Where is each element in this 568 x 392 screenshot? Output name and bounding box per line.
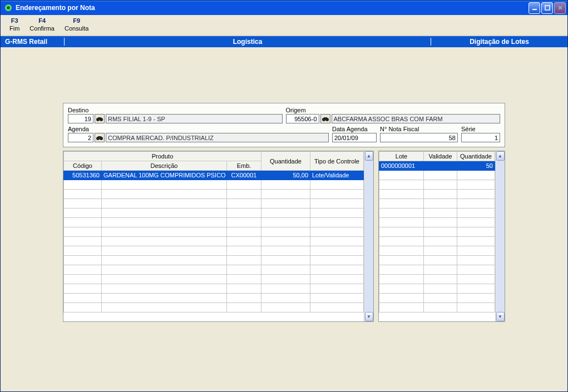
agenda-label: Agenda <box>68 126 329 132</box>
close-button[interactable] <box>554 2 566 14</box>
cell-tipo: Lote/Validade <box>310 171 364 180</box>
scroll-up-icon[interactable]: ▲ <box>496 151 505 161</box>
table-row[interactable] <box>64 209 364 218</box>
origem-search-button[interactable] <box>320 114 330 123</box>
scroll-down-icon[interactable]: ▼ <box>365 312 373 321</box>
table-row[interactable] <box>64 256 364 265</box>
cell-quantidade: 50 <box>457 161 495 171</box>
col-lote: Lote <box>379 152 424 161</box>
table-row[interactable] <box>64 275 364 284</box>
data-agenda-label: Data Agenda <box>332 126 377 132</box>
data-agenda-input[interactable] <box>332 133 377 142</box>
table-row[interactable] <box>379 218 495 227</box>
col-codigo: Código <box>64 161 102 171</box>
table-row[interactable] <box>64 284 364 294</box>
table-row[interactable] <box>379 256 495 265</box>
menu-fkey: F9 <box>65 17 88 24</box>
agenda-desc <box>106 133 329 142</box>
col-produto: Produto <box>64 152 261 161</box>
cell-lote: 0000000001 <box>379 161 424 171</box>
lote-grid-scrollbar[interactable]: ▲ ▼ <box>495 151 505 321</box>
table-row[interactable] <box>64 180 364 190</box>
serie-input[interactable] <box>461 133 500 142</box>
table-row[interactable] <box>379 209 495 218</box>
table-row[interactable] <box>379 171 495 180</box>
agenda-search-button[interactable] <box>95 133 105 142</box>
destino-code-input[interactable] <box>68 114 93 123</box>
table-row[interactable] <box>379 237 495 246</box>
table-row[interactable] <box>379 246 495 256</box>
nota-input[interactable] <box>380 133 458 142</box>
menu-label: Consulta <box>65 25 88 32</box>
table-row[interactable]: 000000000150 <box>379 161 495 171</box>
svg-rect-3 <box>545 6 550 10</box>
filter-panel: Destino Origem <box>63 103 505 147</box>
table-row[interactable] <box>64 237 364 246</box>
cell-codigo: 50531360 <box>64 171 102 180</box>
table-row[interactable] <box>379 227 495 237</box>
title-bar: Endereçamento por Nota <box>1 1 567 15</box>
agenda-code-input[interactable] <box>68 133 93 142</box>
table-row[interactable]: 50531360GARDENAL 100MG COMPRIMIDOS PSICO… <box>64 171 364 180</box>
menu-fkey: F4 <box>29 17 55 24</box>
window-controls <box>529 2 566 14</box>
table-row[interactable] <box>379 303 495 312</box>
col-quantidade-lote: Quantidade <box>457 152 495 161</box>
table-row[interactable] <box>64 265 364 275</box>
menu-label: Confirma <box>29 25 55 32</box>
svg-rect-2 <box>532 9 537 10</box>
table-row[interactable] <box>64 199 364 209</box>
cell-descricao: GARDENAL 100MG COMPRIMIDOS PSICO <box>102 171 227 180</box>
col-validade: Validade <box>424 152 457 161</box>
destino-label: Destino <box>68 107 283 113</box>
destino-desc <box>106 114 283 123</box>
lote-grid[interactable]: Lote Validade Quantidade 000000000150 ▲ … <box>378 151 505 322</box>
minimize-button[interactable] <box>529 2 540 14</box>
svg-rect-8 <box>98 117 101 119</box>
origem-desc <box>332 114 501 123</box>
menu-consulta[interactable]: F9 Consulta <box>65 17 88 35</box>
col-tipo: Tipo de Controle <box>310 152 364 171</box>
product-grid[interactable]: Produto Quantidade Tipo de Controle Códi… <box>63 151 374 322</box>
table-row[interactable] <box>64 227 364 237</box>
destino-search-button[interactable] <box>95 114 105 123</box>
binoculars-icon <box>96 116 103 122</box>
scroll-down-icon[interactable]: ▼ <box>496 312 505 321</box>
svg-rect-14 <box>98 136 101 138</box>
col-emb: Emb. <box>226 161 261 171</box>
scroll-track[interactable] <box>496 161 505 312</box>
col-descricao: Descrição <box>102 161 227 171</box>
table-row[interactable] <box>64 218 364 227</box>
nota-label: N° Nota Fiscal <box>380 126 458 132</box>
col-quantidade: Quantidade <box>261 152 310 171</box>
table-row[interactable] <box>64 303 364 312</box>
table-row[interactable] <box>64 294 364 303</box>
table-row[interactable] <box>379 190 495 199</box>
banner: G-RMS Retail Logística Digitação de Lote… <box>1 36 567 47</box>
table-row[interactable] <box>379 199 495 209</box>
menu-fim[interactable]: F3 Fim <box>9 17 19 35</box>
scroll-up-icon[interactable]: ▲ <box>365 151 373 161</box>
window-title: Endereçamento por Nota <box>16 4 529 12</box>
menu-confirma[interactable]: F4 Confirma <box>29 17 55 35</box>
menu-label: Fim <box>9 25 19 32</box>
binoculars-icon <box>322 116 329 122</box>
table-row[interactable] <box>379 275 495 284</box>
banner-center: Logística <box>65 38 431 46</box>
menu-fkey: F3 <box>9 17 19 24</box>
origem-label: Origem <box>286 107 501 113</box>
table-row[interactable] <box>379 180 495 190</box>
cell-quantidade: 50,00 <box>261 171 310 180</box>
product-grid-scrollbar[interactable]: ▲ ▼ <box>364 151 373 321</box>
serie-label: Série <box>461 126 500 132</box>
scroll-track[interactable] <box>365 161 373 312</box>
origem-code-input[interactable] <box>286 114 319 123</box>
binoculars-icon <box>96 135 103 141</box>
table-row[interactable] <box>379 294 495 303</box>
cell-emb: CX00001 <box>226 171 261 180</box>
table-row[interactable] <box>64 246 364 256</box>
table-row[interactable] <box>379 265 495 275</box>
table-row[interactable] <box>64 190 364 199</box>
table-row[interactable] <box>379 284 495 294</box>
maximize-button[interactable] <box>541 2 553 14</box>
